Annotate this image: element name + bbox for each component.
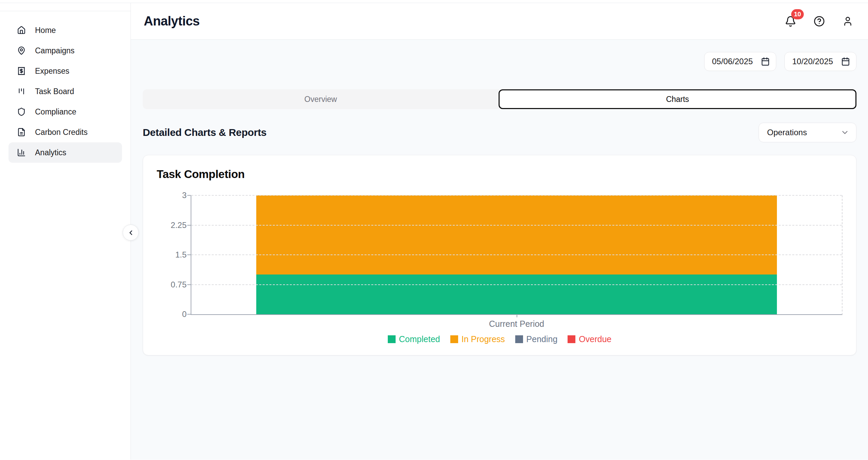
y-axis-tick-label: 2.25 (157, 221, 187, 229)
chart-title: Task Completion (157, 167, 843, 181)
task-completion-chart: 00.751.52.253 Current Period Completed I… (157, 195, 843, 344)
y-axis-tick (187, 254, 191, 255)
category-select[interactable]: Operations (759, 123, 856, 142)
legend-item[interactable]: In Progress (450, 334, 505, 344)
tab-overview[interactable]: Overview (143, 89, 499, 109)
legend-item[interactable]: Completed (388, 334, 440, 344)
end-date-input[interactable]: 10/20/2025 (784, 52, 856, 71)
x-axis-tick (517, 314, 517, 317)
header-actions: 10 (783, 14, 855, 29)
y-axis-tick-label: 3 (157, 191, 187, 199)
start-date-value: 05/06/2025 (712, 57, 753, 66)
x-axis-label: Current Period (191, 319, 843, 329)
legend-label: Completed (399, 334, 440, 344)
page-header: Analytics 10 (131, 3, 868, 40)
sidebar-item-carbon-credits[interactable]: Carbon Credits (8, 122, 122, 142)
sidebar-item-label: Campaigns (35, 46, 74, 55)
calendar-icon (761, 57, 770, 66)
date-filter-row: 05/06/2025 10/20/2025 (143, 52, 856, 71)
sidebar-nav: Home Campaigns Expenses Task Board (8, 20, 122, 163)
app-shell: Home Campaigns Expenses Task Board (0, 3, 868, 460)
sidebar-item-task-board[interactable]: Task Board (8, 81, 122, 102)
sidebar: Home Campaigns Expenses Task Board (0, 3, 131, 460)
file-text-icon (17, 128, 26, 137)
tab-bar: Overview Charts (143, 89, 856, 109)
section-header-row: Detailed Charts & Reports Operations (143, 123, 856, 142)
start-date-input[interactable]: 05/06/2025 (704, 52, 776, 71)
bar-segment-in-progress (256, 195, 777, 275)
map-pin-icon (17, 46, 26, 55)
sidebar-item-label: Expenses (35, 67, 69, 76)
receipt-icon (17, 67, 26, 75)
chevron-down-icon (840, 128, 849, 137)
content-area: 05/06/2025 10/20/2025 Overview Charts (131, 40, 868, 460)
end-date-value: 10/20/2025 (792, 57, 833, 66)
bar-chart-icon (17, 148, 26, 157)
tab-charts[interactable]: Charts (499, 89, 856, 109)
sidebar-item-home[interactable]: Home (8, 20, 122, 40)
user-icon (843, 16, 853, 26)
category-select-value: Operations (767, 128, 807, 137)
help-circle-icon (814, 16, 825, 27)
legend-swatch-completed (388, 335, 396, 343)
chart-legend: Completed In Progress Pending Overd (157, 334, 843, 344)
main-area: Analytics 10 (131, 3, 868, 460)
kanban-icon (17, 87, 26, 96)
legend-label: In Progress (462, 334, 505, 344)
legend-swatch-pending (515, 335, 523, 343)
sidebar-item-campaigns[interactable]: Campaigns (8, 40, 122, 61)
shield-icon (17, 107, 26, 116)
y-axis-tick (187, 314, 191, 315)
legend-item[interactable]: Overdue (568, 334, 611, 344)
sidebar-item-analytics[interactable]: Analytics (8, 142, 122, 163)
home-icon (17, 26, 26, 35)
bar-current-period (256, 195, 777, 314)
calendar-icon (841, 57, 850, 66)
legend-label: Pending (526, 334, 558, 344)
legend-swatch-in-progress (450, 335, 458, 343)
sidebar-item-label: Task Board (35, 87, 74, 96)
legend-label: Overdue (579, 334, 611, 344)
sidebar-item-label: Compliance (35, 107, 76, 117)
section-title: Detailed Charts & Reports (143, 127, 266, 138)
legend-item[interactable]: Pending (515, 334, 558, 344)
chevron-left-icon (127, 229, 135, 236)
y-axis-tick (187, 284, 191, 285)
sidebar-item-compliance[interactable]: Compliance (8, 102, 122, 122)
notifications-button[interactable]: 10 (783, 14, 798, 29)
bar-segment-completed (256, 275, 777, 314)
sidebar-header (0, 3, 131, 11)
y-axis-tick-label: 1.5 (157, 251, 187, 259)
user-menu-button[interactable] (840, 14, 855, 29)
legend-swatch-overdue (568, 335, 575, 343)
chart-plot: 00.751.52.253 (191, 195, 843, 315)
y-axis-tick-label: 0 (157, 310, 187, 318)
sidebar-item-label: Carbon Credits (35, 128, 88, 137)
collapse-sidebar-button[interactable] (123, 225, 139, 241)
y-axis-tick (187, 195, 191, 196)
task-completion-card: Task Completion 00.751.52.253 Current Pe… (143, 155, 856, 355)
sidebar-item-expenses[interactable]: Expenses (8, 61, 122, 81)
help-button[interactable] (812, 14, 827, 29)
top-strip (0, 0, 868, 3)
y-axis-tick-label: 0.75 (157, 281, 187, 289)
sidebar-item-label: Home (35, 26, 56, 35)
page-title: Analytics (144, 14, 199, 29)
sidebar-item-label: Analytics (35, 148, 66, 157)
notification-badge: 10 (791, 9, 804, 19)
y-axis-tick (187, 225, 191, 226)
